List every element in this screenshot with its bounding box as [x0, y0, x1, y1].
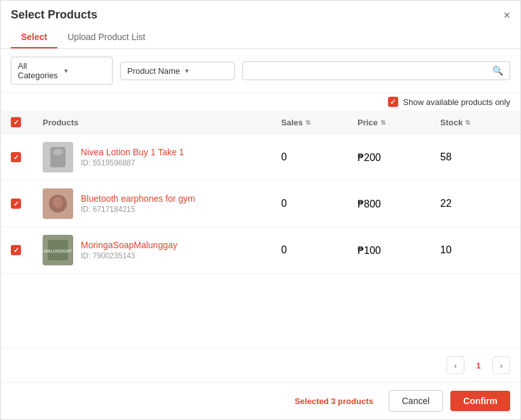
product-2-name: Bluetooth earphones for gym — [81, 193, 281, 204]
product-1-sales: 0 — [281, 151, 358, 163]
modal-footer: Selected 3 products Cancel Confirm — [1, 382, 520, 419]
sort-icon: ⇅ — [380, 119, 386, 126]
tab-upload[interactable]: Upload Product List — [57, 27, 155, 48]
filter-bar: All Categories ▾ Product Name ▾ 🔍 — [1, 49, 520, 93]
select-products-modal: Select Products × Select Upload Product … — [0, 0, 521, 420]
search-input[interactable] — [249, 66, 489, 76]
select-all-checkbox[interactable] — [11, 117, 21, 127]
product-3-id: ID: 7900235143 — [81, 251, 281, 260]
product-1-id: ID: 5519596887 — [81, 158, 281, 167]
available-only-label: Show available products only — [403, 97, 510, 107]
product-1-name: Nivea Lotion Buy 1 Take 1 — [81, 147, 281, 157]
product-1-stock: 58 — [440, 151, 510, 163]
table-row: Nivea Lotion Buy 1 Take 1 ID: 5519596887… — [1, 134, 520, 181]
prev-page-button[interactable]: ‹ — [447, 356, 464, 374]
current-page: 1 — [469, 356, 487, 374]
svg-point-2 — [53, 149, 63, 155]
product-2-id: ID: 6717184215 — [81, 205, 281, 214]
selected-count: Selected 3 products — [11, 396, 381, 406]
modal-title: Select Products — [11, 8, 97, 22]
header-stock: Stock ⇅ — [440, 118, 510, 127]
product-3-sales: 0 — [281, 244, 358, 256]
header-sales: Sales ⇅ — [281, 118, 358, 127]
row-1-checkbox[interactable] — [11, 152, 21, 162]
svg-text:MALUNGGAY: MALUNGGAY — [44, 249, 73, 253]
product-3-name: MoringaSoapMalunggay — [81, 240, 281, 250]
table-header: Products Sales ⇅ Price ⇅ Stock ⇅ — [1, 111, 520, 134]
next-page-button[interactable]: › — [492, 356, 510, 374]
available-filter: Show available products only — [1, 93, 520, 111]
cancel-button[interactable]: Cancel — [389, 390, 443, 412]
search-box: 🔍 — [242, 61, 510, 80]
available-only-checkbox[interactable] — [388, 97, 398, 107]
modal-header: Select Products × Select Upload Product … — [1, 1, 520, 49]
product-3-price: ₱100 — [358, 244, 440, 256]
chevron-down-icon: ▾ — [185, 67, 189, 75]
close-button[interactable]: × — [503, 10, 510, 21]
product-2-sales: 0 — [281, 198, 358, 209]
product-1-image — [43, 142, 73, 172]
product-field-dropdown[interactable]: Product Name ▾ — [120, 62, 235, 80]
confirm-button[interactable]: Confirm — [450, 391, 510, 411]
table-body: Nivea Lotion Buy 1 Take 1 ID: 5519596887… — [1, 134, 520, 348]
product-2-image — [43, 188, 73, 219]
category-dropdown[interactable]: All Categories ▾ — [11, 57, 113, 85]
table-row: MALUNGGAY MoringaSoapMalunggay ID: 79002… — [1, 227, 520, 274]
chevron-down-icon: ▾ — [64, 67, 106, 75]
product-1-price: ₱200 — [358, 151, 440, 164]
product-2-thumbnail — [43, 188, 73, 219]
search-icon: 🔍 — [492, 66, 503, 76]
pagination: ‹ 1 › — [1, 348, 520, 382]
product-2-stock: 22 — [440, 198, 510, 209]
product-3-stock: 10 — [440, 244, 510, 256]
sort-icon: ⇅ — [465, 119, 470, 126]
svg-point-5 — [53, 197, 63, 208]
product-2-price: ₱800 — [358, 198, 440, 210]
sort-icon: ⇅ — [305, 119, 310, 126]
header-products: Products — [43, 118, 281, 127]
product-3-thumbnail: MALUNGGAY — [43, 235, 73, 265]
header-check — [11, 117, 43, 127]
product-3-image: MALUNGGAY — [43, 235, 73, 265]
tab-select[interactable]: Select — [11, 27, 57, 48]
row-3-checkbox[interactable] — [11, 245, 21, 255]
tab-bar: Select Upload Product List — [11, 27, 510, 48]
row-2-checkbox[interactable] — [11, 199, 21, 209]
table-row: Bluetooth earphones for gym ID: 67171842… — [1, 181, 520, 227]
product-1-thumbnail — [43, 142, 73, 172]
header-price: Price ⇅ — [358, 118, 440, 127]
